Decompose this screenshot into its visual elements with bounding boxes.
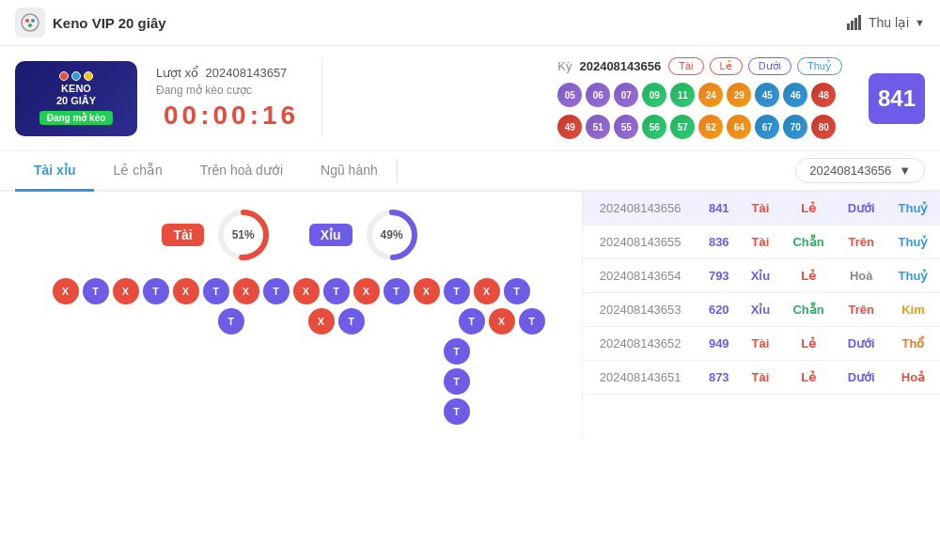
tab-le-chan[interactable]: Lẻ chẵn — [94, 151, 180, 192]
tab-ngu-hanh[interactable]: Ngũ hành — [302, 151, 397, 192]
svg-rect-6 — [854, 18, 857, 30]
period-cell: 202408143652 — [583, 327, 697, 361]
svg-rect-4 — [847, 23, 850, 30]
tab-tai-xiu[interactable]: Tài xỉu — [15, 151, 94, 192]
col4-cell: Trên — [836, 293, 886, 327]
col3-cell: Lẻ — [781, 192, 837, 226]
tx-row-4: T — [113, 368, 470, 395]
tx-ball: X — [474, 278, 500, 304]
tx-ball: X — [233, 278, 259, 304]
tx-ball: T — [444, 368, 470, 395]
ball-29: 29 — [727, 83, 751, 107]
tx-ball: T — [444, 398, 470, 425]
svg-rect-7 — [858, 15, 861, 30]
tx-ball: X — [414, 278, 440, 304]
ball-67: 67 — [755, 115, 779, 139]
progress-section: Tài 51% Xỉu 49% — [15, 207, 567, 263]
col4-cell: Hoà — [836, 259, 886, 293]
ky-section: Kỳ 202408143656 Tài Lẻ Dưới Thuỷ 05 06 0… — [557, 57, 842, 139]
svg-point-2 — [31, 19, 35, 23]
sep2: : — [250, 101, 258, 131]
chevron-down-icon: ▼ — [915, 17, 925, 28]
ball-48: 48 — [811, 83, 836, 107]
xiu-progress: Xỉu 49% — [309, 207, 420, 263]
tx-ball: T — [323, 278, 350, 304]
ball-70: 70 — [783, 115, 807, 139]
tx-history-grid: X T X T X T X T X T X T X T X T — [15, 278, 567, 425]
period-cell: 202408143651 — [583, 361, 697, 395]
svg-point-3 — [28, 23, 32, 27]
tx-row-3: T — [113, 338, 470, 365]
thu-lai-label: Thu lại — [869, 15, 909, 30]
tai-label: Tài — [162, 224, 203, 246]
tx-ball: T — [504, 278, 530, 304]
chart-icon — [846, 14, 863, 31]
tai-progress: Tài 51% — [162, 207, 271, 263]
cd4: 0 — [231, 101, 246, 131]
col2-cell: Tài — [740, 361, 781, 395]
tx-row-2: T X T T X T — [38, 308, 545, 334]
col5-cell: Hoả — [886, 361, 940, 395]
tx-ball: X — [293, 278, 320, 304]
col2-cell: Xỉu — [740, 293, 781, 327]
tx-ball: T — [444, 338, 470, 365]
divider — [321, 57, 322, 139]
tabs-section: Tài xỉu Lẻ chẵn Trên hoà dưới Ngũ hành 2… — [0, 151, 940, 192]
round-number: 202408143657 — [206, 66, 288, 80]
ball-46: 46 — [783, 83, 807, 107]
ky-header: Kỳ 202408143656 Tài Lẻ Dưới Thuỷ — [557, 57, 842, 75]
score-cell: 793 — [697, 259, 740, 293]
app-logo — [15, 8, 45, 38]
col5-cell: Thuỷ — [886, 226, 940, 259]
ball-56: 56 — [642, 115, 666, 139]
col4-cell: Dưới — [836, 361, 886, 395]
score-cell: 873 — [697, 361, 740, 395]
thu-lai-button[interactable]: Thu lại ▼ — [846, 14, 925, 31]
tx-ball: T — [384, 278, 410, 304]
tx-ball: X — [113, 278, 139, 304]
col2-cell: Tài — [740, 192, 781, 226]
tab-divider — [397, 159, 398, 182]
col4-cell: Dưới — [836, 192, 886, 226]
period-cell: 202408143656 — [583, 192, 697, 226]
col5-cell: Thuỷ — [886, 192, 940, 226]
main-content: Tài 51% Xỉu 49% — [0, 192, 940, 440]
page-title: Keno VIP 20 giây — [53, 15, 166, 31]
col2-cell: Tài — [740, 327, 781, 361]
betting-status: Đang mở kèo cược — [156, 84, 295, 97]
ky-tag-tai: Tài — [668, 57, 703, 75]
tx-ball: X — [489, 308, 515, 334]
tx-ball: T — [444, 278, 470, 304]
round-label: Lượt xổ — [156, 66, 198, 80]
tab-tren-hoa-duoi[interactable]: Trên hoà dưới — [181, 151, 302, 192]
table-row: 202408143653 620 Xỉu Chẵn Trên Kim — [583, 293, 940, 327]
table-row: 202408143652 949 Tài Lẻ Dưới Thổ — [583, 327, 940, 361]
ky-tags: Tài Lẻ Dưới Thuỷ — [668, 57, 842, 75]
sep1: : — [200, 101, 209, 131]
svg-point-1 — [25, 19, 29, 23]
ball-49: 49 — [557, 115, 582, 139]
ball-09: 09 — [642, 83, 666, 107]
game-status-badge: Đang mở kèo — [39, 111, 114, 125]
table-row: 202408143655 836 Tài Chẵn Trên Thuỷ — [583, 226, 940, 259]
col4-cell: Trên — [836, 226, 886, 259]
history-table: 202408143656 841 Tài Lẻ Dưới Thuỷ 202408… — [583, 192, 940, 395]
tx-ball: T — [218, 308, 244, 334]
cd3: 0 — [212, 101, 227, 131]
tx-ball: X — [353, 278, 380, 304]
ball-55: 55 — [614, 115, 638, 139]
game-info: Lượt xổ 202408143657 Đang mở kèo cược 0 … — [156, 66, 295, 131]
tx-ball: T — [263, 278, 290, 304]
cd2: 0 — [182, 101, 197, 131]
col4-cell: Dưới — [836, 327, 886, 361]
tx-ball: T — [83, 278, 109, 304]
svg-point-0 — [22, 14, 39, 31]
period-dropdown[interactable]: 202408143656 ▼ — [795, 158, 925, 183]
tx-row-1: X T X T X T X T X T X T X T X T — [53, 278, 530, 304]
table-row: 202408143656 841 Tài Lẻ Dưới Thuỷ — [583, 192, 940, 226]
ky-tag-le: Lẻ — [710, 57, 743, 75]
score-cell: 949 — [697, 327, 740, 361]
cd6: 6 — [281, 101, 296, 131]
round-info: Lượt xổ 202408143657 — [156, 66, 295, 80]
score-cell: 841 — [697, 192, 740, 226]
